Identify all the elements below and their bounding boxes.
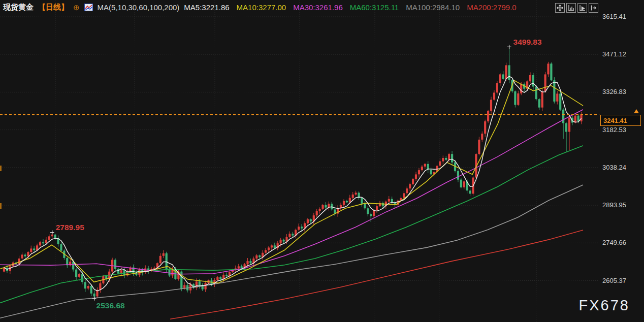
candle-body — [288, 234, 291, 237]
candle-body — [418, 170, 420, 174]
candle-body — [502, 74, 504, 79]
candle-body — [367, 208, 369, 214]
candle-body — [463, 181, 465, 187]
price-axis-label: 2749.66 — [602, 239, 643, 246]
price-up-arrow-icon — [634, 109, 639, 113]
ma-legend: MA5:3221.86MA10:3277.00MA30:3261.96MA60:… — [184, 3, 516, 12]
candle-body — [66, 258, 68, 265]
add-indicator-icon[interactable]: ⊕ — [73, 4, 80, 11]
axis-bars-icon[interactable] — [566, 3, 576, 13]
candle-body — [265, 250, 267, 253]
cropped-label-fragment — [0, 203, 2, 209]
price-axis[interactable]: 3615.413471.123326.833182.533038.242893.… — [599, 0, 644, 322]
candle-body — [226, 275, 228, 276]
candle-body — [48, 236, 50, 240]
candle-body — [409, 184, 411, 188]
candle-body — [27, 252, 29, 256]
candle-body — [457, 171, 459, 180]
candle-body — [163, 253, 165, 256]
candle-body — [316, 211, 318, 215]
ma-legend-item: MA100:2984.10 — [406, 3, 460, 12]
current-price-value: 3241.41 — [603, 117, 627, 124]
ma-legend-item: MA200:2799.0 — [467, 3, 517, 12]
candle-body — [199, 281, 201, 285]
candle-body — [520, 84, 522, 93]
candle-body — [568, 118, 570, 132]
chart-background — [0, 0, 644, 322]
candle-body — [544, 74, 546, 91]
indicator-chart-icon[interactable] — [84, 4, 93, 11]
candle-body — [21, 254, 23, 259]
move-icon[interactable] — [555, 3, 565, 13]
candle-body — [562, 110, 564, 123]
candle-body — [54, 235, 56, 238]
candle-body — [87, 286, 89, 288]
candle-body — [99, 283, 101, 290]
candle-body — [451, 154, 453, 163]
candle-body — [445, 158, 447, 160]
timeframe-label[interactable]: 【日线】 — [38, 3, 69, 12]
candle-body — [30, 248, 32, 252]
candle-body — [280, 240, 282, 243]
candle-body — [78, 274, 80, 277]
price-axis-label: 2893.95 — [602, 201, 643, 209]
candlestick-chart[interactable]: 3499.832789.952536.68 — [0, 0, 644, 322]
candle-body — [415, 174, 417, 179]
candle-body — [469, 190, 471, 194]
candle-body — [238, 266, 240, 268]
candle-body — [117, 269, 119, 274]
candle-body — [246, 261, 248, 264]
axis-play-icon[interactable] — [577, 3, 587, 13]
candle-body — [478, 140, 480, 154]
candle-body — [271, 245, 273, 247]
candle-body — [33, 248, 35, 250]
candle-body — [532, 75, 534, 87]
candle-body — [93, 294, 95, 297]
candle-body — [319, 209, 321, 211]
candle-body — [448, 154, 450, 159]
chart-toolbar — [555, 3, 598, 13]
candle-body — [403, 193, 405, 198]
candle-body — [547, 63, 549, 74]
candle-body — [307, 219, 309, 223]
ma-legend-item: MA30:3261.96 — [293, 3, 343, 12]
current-price-tag: 3241.41 — [600, 115, 641, 126]
candle-body — [45, 240, 47, 243]
candle-body — [517, 93, 519, 105]
candle-body — [81, 274, 83, 282]
candle-body — [505, 65, 507, 79]
candle-body — [442, 158, 444, 162]
candle-body — [391, 199, 393, 203]
candle-body — [283, 240, 285, 242]
candle-body — [259, 255, 261, 257]
swing-annotation: 2536.68 — [96, 301, 125, 310]
candle-body — [493, 92, 495, 100]
candle-body — [538, 99, 540, 108]
candle-body — [159, 256, 162, 263]
candle-body — [42, 242, 44, 243]
candle-body — [352, 195, 354, 198]
ma-settings-label[interactable]: MA(5,10,30,60,100,200) — [98, 3, 180, 12]
ma-legend-item: MA5:3221.86 — [184, 3, 229, 12]
price-axis-label: 3182.53 — [602, 126, 643, 134]
candle-body — [310, 219, 312, 221]
collapse-right-icon[interactable] — [589, 3, 598, 13]
candle-body — [325, 205, 327, 208]
candle-body — [84, 282, 86, 288]
candle-body — [460, 180, 462, 187]
candle-body — [550, 63, 552, 80]
candle-body — [39, 242, 41, 245]
candle-body — [421, 167, 423, 170]
candle-body — [412, 179, 414, 184]
candle-body — [373, 210, 375, 216]
candle-body — [346, 201, 348, 203]
candle-body — [90, 286, 92, 294]
candle-body — [60, 244, 62, 251]
swing-annotation: 2789.95 — [56, 223, 84, 232]
candle-body — [75, 270, 77, 277]
swing-annotation: 3499.83 — [513, 38, 542, 46]
candle-body — [298, 227, 300, 230]
chart-header: 现货黄金 【日线】 ⊕ MA(5,10,30,60,100,200) MA5:3… — [3, 0, 517, 14]
candle-body — [556, 93, 558, 101]
candle-body — [114, 260, 116, 269]
